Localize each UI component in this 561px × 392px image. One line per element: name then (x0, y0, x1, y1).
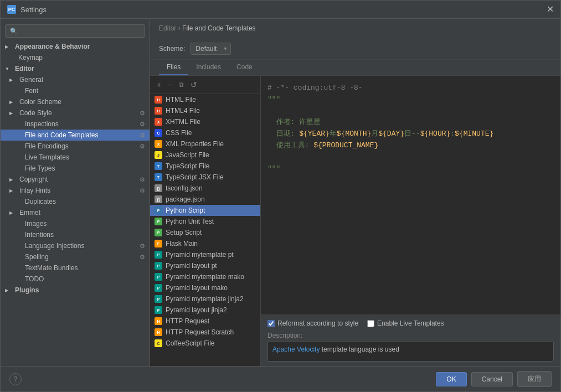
arrow-icon: ▶ (9, 210, 16, 215)
sidebar-item-live-templates[interactable]: Live Templates (1, 152, 150, 163)
search-input[interactable] (20, 27, 140, 35)
file-type-icon: H (155, 96, 162, 104)
velocity-link[interactable]: Apache Velocity (272, 345, 320, 353)
list-item[interactable]: H HTML4 File (150, 105, 260, 116)
breadcrumb-parent: Editor (159, 24, 176, 32)
sidebar-item-spelling[interactable]: Spelling⚙ (1, 251, 150, 262)
sidebar-item-color-scheme[interactable]: ▶Color Scheme (1, 96, 150, 107)
list-item[interactable]: X XML Properties File (150, 138, 260, 149)
description-label: Description: (267, 332, 554, 339)
tab-files[interactable]: Files (159, 60, 188, 75)
tab-code[interactable]: Code (229, 60, 260, 75)
sidebar-item-emmet[interactable]: ▶Emmet (1, 207, 150, 218)
copy-button[interactable]: ⧉ (177, 80, 186, 90)
list-item[interactable]: C CSS File (150, 127, 260, 138)
sidebar-item-keymap[interactable]: Keymap (1, 52, 150, 63)
gear-icon: ⚙ (140, 132, 145, 139)
list-item[interactable]: P Setup Script (150, 227, 260, 238)
list-item[interactable]: H HTTP Request (150, 316, 260, 327)
tab-includes[interactable]: Includes (188, 60, 229, 75)
sidebar-item-plugins[interactable]: ▶Plugins (1, 285, 150, 296)
arrow-icon: ▼ (5, 66, 12, 71)
sidebar-item-file-encodings[interactable]: File Encodings⚙ (1, 141, 150, 152)
file-type-icon: P (155, 295, 162, 303)
code-line (267, 152, 554, 163)
list-item[interactable]: P Pyramid mytemplate mako (150, 271, 260, 282)
ok-button[interactable]: OK (436, 372, 466, 386)
list-item[interactable]: T TypeScript JSX File (150, 172, 260, 183)
add-button[interactable]: + (155, 79, 163, 90)
file-type-icon: P (155, 262, 162, 270)
sidebar-item-language-injections[interactable]: Language Injections⚙ (1, 240, 150, 251)
sidebar-item-textmate-bundles[interactable]: TextMate Bundles (1, 262, 150, 274)
apply-button[interactable]: 应用 (517, 371, 552, 387)
list-item[interactable]: P Pyramid layout mako (150, 282, 260, 293)
file-item-name: CSS File (166, 129, 192, 137)
live-templates-label: Enable Live Templates (377, 319, 444, 327)
dialog-title: Settings (20, 6, 47, 14)
arrow-icon: ▶ (9, 100, 16, 105)
scheme-select[interactable]: Default Project (191, 43, 231, 55)
sidebar-item-inlay-hints[interactable]: ▶Inlay Hints⚙ (1, 185, 150, 196)
sidebar-item-code-style[interactable]: ▶Code Style⚙ (1, 107, 150, 118)
file-type-icon: H (155, 317, 162, 325)
sidebar-item-intentions[interactable]: Intentions (1, 229, 150, 240)
file-item-name: CoffeeScript File (166, 339, 214, 347)
settings-dialog: PC Settings ✕ 🔍 ▶Appearance & BehaviorKe… (0, 0, 561, 392)
dialog-footer: ? OK Cancel 应用 (1, 366, 560, 391)
close-button[interactable]: ✕ (547, 5, 554, 14)
sidebar-item-general[interactable]: ▶General (1, 74, 150, 85)
sidebar-item-editor[interactable]: ▼Editor (1, 63, 150, 74)
code-line: 作者: 许星星 (267, 117, 554, 128)
list-item[interactable]: H HTTP Request Scratch (150, 327, 260, 338)
sidebar-item-label: Language Injections (25, 242, 84, 250)
main-content: 🔍 ▶Appearance & BehaviorKeymap▼Editor▶Ge… (1, 19, 560, 366)
sidebar-item-file-code-templates[interactable]: File and Code Templates⚙ (1, 130, 150, 141)
list-item[interactable]: P Pyramid layout jinja2 (150, 305, 260, 316)
file-type-icon: P (155, 306, 162, 314)
sidebar-item-duplicates[interactable]: Duplicates (1, 196, 150, 207)
reset-button[interactable]: ↺ (188, 79, 199, 90)
code-editor-panel: # -*- coding:utf-8 -8- """ 作者: 许星星 日期: $… (261, 76, 560, 366)
sidebar-item-font[interactable]: Font (1, 85, 150, 96)
sidebar-item-label: Images (25, 220, 47, 228)
sidebar-item-images[interactable]: Images (1, 218, 150, 229)
sidebar-item-label: Editor (15, 65, 34, 73)
list-item[interactable]: P Pyramid layout pt (150, 260, 260, 271)
reformat-checkbox[interactable]: Reformat according to style (267, 319, 358, 327)
code-editor[interactable]: # -*- coding:utf-8 -8- """ 作者: 许星星 日期: $… (261, 76, 560, 314)
list-item[interactable]: H HTML File (150, 94, 260, 105)
sidebar-item-file-types[interactable]: File Types (1, 163, 150, 174)
gear-icon: ⚙ (140, 243, 145, 250)
help-button[interactable]: ? (9, 373, 22, 385)
list-item[interactable]: T TypeScript File (150, 161, 260, 172)
list-item[interactable]: F Flask Main (150, 238, 260, 249)
list-item[interactable]: X XHTML File (150, 116, 260, 127)
list-item[interactable]: P Python Unit Test (150, 216, 260, 227)
right-panel: Editor › File and Code Templates Scheme:… (150, 19, 560, 366)
list-item[interactable]: P Python Script (150, 205, 260, 216)
sidebar-item-label: Intentions (25, 231, 54, 239)
sidebar-item-copyright[interactable]: ▶Copyright⚙ (1, 174, 150, 185)
remove-button[interactable]: − (166, 79, 174, 90)
list-item[interactable]: J JavaScript File (150, 149, 260, 161)
list-item[interactable]: {} package.json (150, 194, 260, 205)
file-item-name: HTML File (166, 96, 196, 104)
sidebar-item-appearance[interactable]: ▶Appearance & Behavior (1, 41, 150, 52)
list-item[interactable]: {} tsconfig.json (150, 183, 260, 194)
file-item-name: HTTP Request (166, 317, 209, 325)
search-box[interactable]: 🔍 (5, 24, 145, 38)
code-line: 日期: ${YEAR}年${MONTH}月${DAY}日--${HOUR}:${… (267, 128, 554, 140)
cancel-button[interactable]: Cancel (471, 372, 513, 386)
sidebar-item-todo[interactable]: TODO (1, 274, 150, 285)
sidebar-item-label: General (19, 76, 43, 84)
sidebar-item-inspections[interactable]: Inspections⚙ (1, 118, 150, 130)
list-item[interactable]: C CoffeeScript File (150, 338, 260, 349)
file-item-name: HTML4 File (166, 107, 200, 115)
code-line: # -*- coding:utf-8 -8- (267, 82, 554, 94)
list-item[interactable]: P Pyramid mytemplate pt (150, 249, 260, 260)
scheme-row: Scheme: Default Project (150, 38, 560, 60)
file-type-icon: T (155, 173, 162, 181)
live-templates-checkbox[interactable]: Enable Live Templates (367, 319, 444, 327)
list-item[interactable]: P Pyramid mytemplate jinja2 (150, 293, 260, 305)
